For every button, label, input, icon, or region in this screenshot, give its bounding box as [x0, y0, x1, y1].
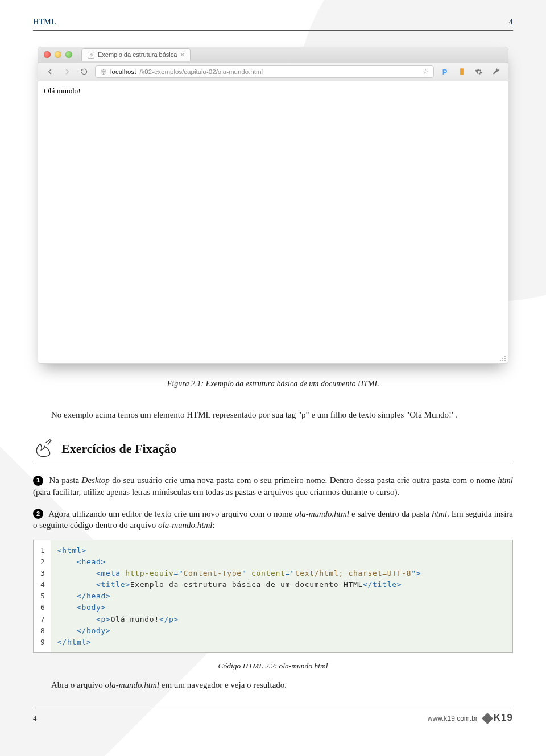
section-header: Exercícios de Fixação	[33, 431, 513, 464]
exercise-badge-2: 2	[33, 509, 43, 519]
wrench-icon[interactable]	[490, 65, 502, 78]
header-page-number: 4	[509, 17, 513, 28]
extension-device-icon[interactable]	[456, 65, 468, 78]
code-content: <html> <head> <meta http-equiv="Content-…	[51, 540, 512, 652]
globe-icon	[100, 68, 107, 75]
tab-close-icon[interactable]: ×	[180, 51, 184, 59]
exercise-badge-1: 1	[33, 476, 43, 486]
closing-paragraph: Abra o arquivo ola-mundo.html em um nave…	[33, 679, 513, 691]
tab-title: Exemplo da estrutura básica	[98, 51, 177, 59]
header-section-name: HTML	[33, 17, 56, 28]
settings-gear-icon[interactable]	[473, 65, 485, 78]
resize-grip-icon[interactable]	[498, 353, 506, 361]
code-caption: Código HTML 2.2: ola-mundo.html	[33, 661, 513, 671]
url-host: localhost	[110, 68, 136, 77]
browser-tab[interactable]: ⎋ Exemplo da estrutura básica ×	[81, 48, 191, 61]
browser-screenshot: ⎋ Exemplo da estrutura básica × localhos…	[38, 47, 508, 364]
minimize-window-icon[interactable]	[55, 51, 61, 58]
intro-paragraph: No exemplo acima temos um elemento HTML …	[33, 409, 513, 420]
footer-url: www.k19.com.br	[428, 714, 478, 723]
page-body-text: Olá mundo!	[44, 86, 81, 95]
close-window-icon[interactable]	[44, 51, 51, 58]
back-button[interactable]	[44, 65, 56, 78]
code-listing: 1 2 3 4 5 6 7 8 9 <html> <head> <meta ht…	[33, 540, 513, 653]
browser-viewport: Olá mundo!	[38, 81, 508, 363]
k19-logo: K19	[483, 712, 513, 725]
url-path: /k02-exemplos/capitulo-02/ola-mundo.html	[139, 68, 263, 77]
extension-p-icon[interactable]: P	[439, 65, 451, 78]
k19-logo-icon	[482, 713, 493, 724]
exercise-1: 1 Na pasta Desktop do seu usuário crie u…	[33, 474, 513, 498]
bookmark-star-icon[interactable]: ☆	[423, 68, 429, 77]
address-bar[interactable]: localhost/k02-exemplos/capitulo-02/ola-m…	[95, 65, 434, 78]
section-title: Exercícios de Fixação	[61, 440, 176, 457]
figure-caption: Figura 2.1: Exemplo da estrutura básica …	[33, 379, 513, 390]
reload-button[interactable]	[78, 65, 90, 78]
browser-toolbar: localhost/k02-exemplos/capitulo-02/ola-m…	[38, 63, 508, 81]
window-controls	[44, 51, 72, 58]
footer-page-number: 4	[33, 713, 37, 724]
exercise-2: 2 Agora utilizando um editor de texto cr…	[33, 508, 513, 531]
svg-rect-1	[460, 69, 464, 76]
code-line-numbers: 1 2 3 4 5 6 7 8 9	[34, 540, 51, 652]
page-footer: 4 www.k19.com.br K19	[33, 708, 513, 725]
forward-button[interactable]	[61, 65, 73, 78]
tab-favicon-icon: ⎋	[88, 52, 94, 59]
browser-titlebar: ⎋ Exemplo da estrutura básica ×	[38, 47, 508, 63]
page-header: HTML 4	[33, 17, 513, 31]
maximize-window-icon[interactable]	[65, 51, 72, 58]
exercise-head-icon	[33, 439, 53, 459]
